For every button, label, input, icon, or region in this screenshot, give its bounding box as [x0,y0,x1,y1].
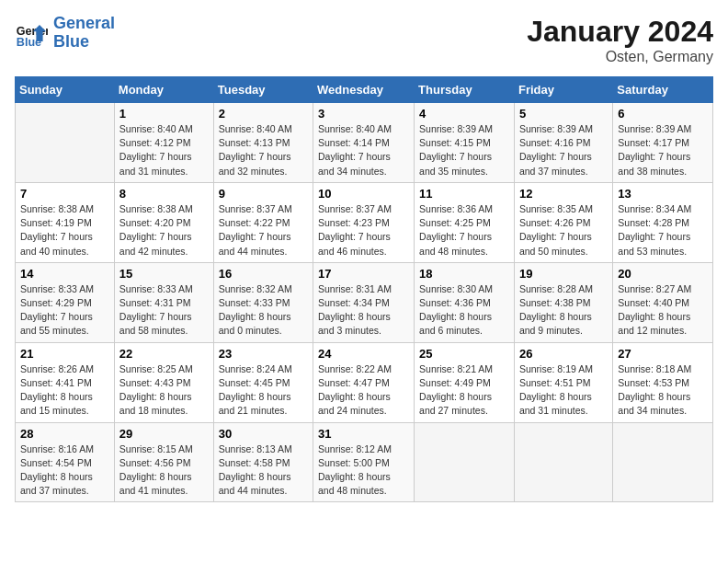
day-number: 22 [119,347,209,361]
weekday-saturday: Saturday [613,77,713,103]
day-number: 26 [519,347,608,361]
day-cell: 10Sunrise: 8:37 AM Sunset: 4:23 PM Dayli… [313,182,415,262]
day-cell: 19Sunrise: 8:28 AM Sunset: 4:38 PM Dayli… [514,262,612,342]
weekday-sunday: Sunday [16,77,115,103]
day-info: Sunrise: 8:40 AM Sunset: 4:13 PM Dayligh… [219,122,308,178]
day-cell [415,422,515,502]
day-number: 9 [219,187,308,201]
day-cell: 28Sunrise: 8:16 AM Sunset: 4:54 PM Dayli… [16,422,115,502]
day-number: 20 [618,267,708,281]
day-cell: 7Sunrise: 8:38 AM Sunset: 4:19 PM Daylig… [16,182,115,262]
weekday-tuesday: Tuesday [213,77,313,103]
day-info: Sunrise: 8:30 AM Sunset: 4:36 PM Dayligh… [419,282,509,339]
day-cell: 24Sunrise: 8:22 AM Sunset: 4:47 PM Dayli… [313,342,415,422]
day-number: 16 [219,267,308,281]
day-info: Sunrise: 8:33 AM Sunset: 4:31 PM Dayligh… [119,282,209,339]
day-info: Sunrise: 8:36 AM Sunset: 4:25 PM Dayligh… [419,202,509,259]
logo-icon: General Blue [15,17,48,50]
day-info: Sunrise: 8:31 AM Sunset: 4:34 PM Dayligh… [318,282,409,339]
day-cell: 3Sunrise: 8:40 AM Sunset: 4:14 PM Daylig… [313,103,415,183]
day-cell: 17Sunrise: 8:31 AM Sunset: 4:34 PM Dayli… [313,262,415,342]
day-number: 28 [20,427,109,441]
day-info: Sunrise: 8:12 AM Sunset: 5:00 PM Dayligh… [318,442,409,499]
day-cell: 14Sunrise: 8:33 AM Sunset: 4:29 PM Dayli… [16,262,115,342]
day-number: 6 [618,107,708,121]
day-cell: 21Sunrise: 8:26 AM Sunset: 4:41 PM Dayli… [16,342,115,422]
day-info: Sunrise: 8:18 AM Sunset: 4:53 PM Dayligh… [618,362,708,419]
day-info: Sunrise: 8:28 AM Sunset: 4:38 PM Dayligh… [519,282,608,339]
week-row-4: 28Sunrise: 8:16 AM Sunset: 4:54 PM Dayli… [16,422,713,502]
weekday-monday: Monday [114,77,213,103]
day-number: 30 [219,427,308,441]
day-number: 18 [419,267,509,281]
day-cell: 1Sunrise: 8:40 AM Sunset: 4:12 PM Daylig… [114,103,213,183]
week-row-1: 7Sunrise: 8:38 AM Sunset: 4:19 PM Daylig… [16,182,713,262]
day-cell: 9Sunrise: 8:37 AM Sunset: 4:22 PM Daylig… [213,182,313,262]
weekday-thursday: Thursday [415,77,515,103]
day-cell: 4Sunrise: 8:39 AM Sunset: 4:15 PM Daylig… [415,103,515,183]
day-cell: 13Sunrise: 8:34 AM Sunset: 4:28 PM Dayli… [613,182,713,262]
day-info: Sunrise: 8:16 AM Sunset: 4:54 PM Dayligh… [20,442,109,499]
logo-text: GeneralBlue [53,15,115,52]
day-info: Sunrise: 8:24 AM Sunset: 4:45 PM Dayligh… [219,362,308,419]
day-number: 7 [20,187,109,201]
day-info: Sunrise: 8:39 AM Sunset: 4:15 PM Dayligh… [419,122,509,178]
day-info: Sunrise: 8:38 AM Sunset: 4:19 PM Dayligh… [20,202,109,259]
weekday-friday: Friday [514,77,612,103]
day-info: Sunrise: 8:33 AM Sunset: 4:29 PM Dayligh… [20,282,109,339]
calendar-table: SundayMondayTuesdayWednesdayThursdayFrid… [15,76,713,502]
day-number: 31 [318,427,409,441]
day-number: 8 [119,187,209,201]
day-number: 13 [618,187,708,201]
weekday-header-row: SundayMondayTuesdayWednesdayThursdayFrid… [16,77,713,103]
day-cell: 5Sunrise: 8:39 AM Sunset: 4:16 PM Daylig… [514,103,612,183]
day-number: 11 [419,187,509,201]
day-info: Sunrise: 8:15 AM Sunset: 4:56 PM Dayligh… [119,442,209,499]
location: Osten, Germany [527,49,713,65]
day-info: Sunrise: 8:32 AM Sunset: 4:33 PM Dayligh… [219,282,308,339]
week-row-0: 1Sunrise: 8:40 AM Sunset: 4:12 PM Daylig… [16,103,713,183]
day-number: 23 [219,347,308,361]
day-info: Sunrise: 8:39 AM Sunset: 4:16 PM Dayligh… [519,122,608,178]
day-cell: 22Sunrise: 8:25 AM Sunset: 4:43 PM Dayli… [114,342,213,422]
day-info: Sunrise: 8:25 AM Sunset: 4:43 PM Dayligh… [119,362,209,419]
day-info: Sunrise: 8:35 AM Sunset: 4:26 PM Dayligh… [519,202,608,259]
day-info: Sunrise: 8:27 AM Sunset: 4:40 PM Dayligh… [618,282,708,339]
day-number: 1 [119,107,209,121]
day-cell: 30Sunrise: 8:13 AM Sunset: 4:58 PM Dayli… [213,422,313,502]
day-cell [514,422,612,502]
day-cell [16,103,115,183]
day-cell: 18Sunrise: 8:30 AM Sunset: 4:36 PM Dayli… [415,262,515,342]
week-row-3: 21Sunrise: 8:26 AM Sunset: 4:41 PM Dayli… [16,342,713,422]
day-number: 12 [519,187,608,201]
day-number: 15 [119,267,209,281]
day-cell: 6Sunrise: 8:39 AM Sunset: 4:17 PM Daylig… [613,103,713,183]
day-info: Sunrise: 8:13 AM Sunset: 4:58 PM Dayligh… [219,442,308,499]
day-number: 21 [20,347,109,361]
day-cell: 8Sunrise: 8:38 AM Sunset: 4:20 PM Daylig… [114,182,213,262]
day-cell: 27Sunrise: 8:18 AM Sunset: 4:53 PM Dayli… [613,342,713,422]
day-number: 29 [119,427,209,441]
day-info: Sunrise: 8:38 AM Sunset: 4:20 PM Dayligh… [119,202,209,259]
month-title: January 2024 [527,15,713,49]
day-info: Sunrise: 8:22 AM Sunset: 4:47 PM Dayligh… [318,362,409,419]
day-cell: 25Sunrise: 8:21 AM Sunset: 4:49 PM Dayli… [415,342,515,422]
day-info: Sunrise: 8:34 AM Sunset: 4:28 PM Dayligh… [618,202,708,259]
logo: General Blue GeneralBlue [15,15,115,52]
day-info: Sunrise: 8:19 AM Sunset: 4:51 PM Dayligh… [519,362,608,419]
day-number: 24 [318,347,409,361]
day-number: 27 [618,347,708,361]
day-number: 5 [519,107,608,121]
day-cell [613,422,713,502]
day-info: Sunrise: 8:37 AM Sunset: 4:22 PM Dayligh… [219,202,308,259]
day-number: 10 [318,187,409,201]
day-info: Sunrise: 8:37 AM Sunset: 4:23 PM Dayligh… [318,202,409,259]
day-info: Sunrise: 8:40 AM Sunset: 4:12 PM Dayligh… [119,122,209,178]
day-info: Sunrise: 8:26 AM Sunset: 4:41 PM Dayligh… [20,362,109,419]
day-number: 14 [20,267,109,281]
day-cell: 15Sunrise: 8:33 AM Sunset: 4:31 PM Dayli… [114,262,213,342]
day-cell: 26Sunrise: 8:19 AM Sunset: 4:51 PM Dayli… [514,342,612,422]
day-number: 19 [519,267,608,281]
day-cell: 31Sunrise: 8:12 AM Sunset: 5:00 PM Dayli… [313,422,415,502]
calendar-body: 1Sunrise: 8:40 AM Sunset: 4:12 PM Daylig… [16,103,713,502]
